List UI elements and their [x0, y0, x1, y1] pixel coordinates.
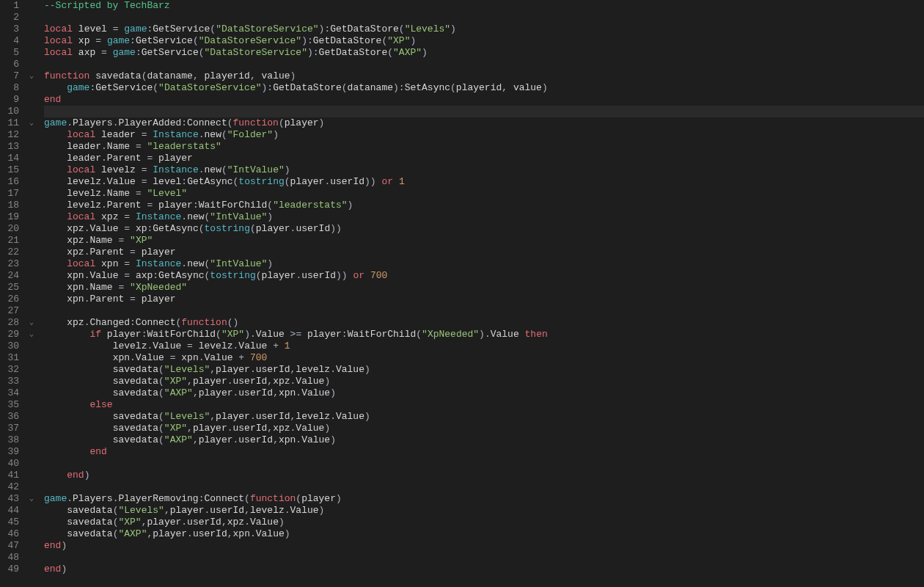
code-editor[interactable]: 1234567891011121314151617181920212223242…: [0, 0, 924, 587]
code-line[interactable]: local xp = game:GetService("DataStoreSer…: [44, 35, 924, 47]
fold-spacer: [23, 352, 40, 364]
line-number: 40: [0, 458, 21, 470]
fold-spacer: [23, 188, 40, 200]
code-line[interactable]: leader.Parent = player: [44, 153, 924, 164]
code-line[interactable]: end): [44, 470, 924, 481]
code-line[interactable]: xpn.Name = "XpNeeded": [44, 282, 924, 294]
fold-spacer: [23, 141, 40, 153]
fold-spacer: [23, 200, 40, 211]
fold-column[interactable]: ⌄⌄⌄⌄⌄: [23, 0, 40, 587]
code-line[interactable]: savedata("AXP",player.userId,xpn.Value): [44, 528, 924, 540]
code-line[interactable]: [44, 458, 924, 470]
code-line[interactable]: xpz.Value = xp:GetAsync(tostring(player.…: [44, 223, 924, 235]
code-line[interactable]: local xpn = Instance.new("IntValue"): [44, 258, 924, 270]
code-line[interactable]: end): [44, 564, 924, 575]
code-line[interactable]: function savedata(dataname, playerid, va…: [44, 70, 924, 82]
fold-spacer: [23, 223, 40, 235]
code-line[interactable]: local level = game:GetService("DataStore…: [44, 23, 924, 35]
code-line[interactable]: game:GetService("DataStoreService"):GetD…: [44, 82, 924, 94]
line-number: 41: [0, 470, 21, 481]
line-number: 13: [0, 141, 21, 153]
code-line[interactable]: xpz.Changed:Connect(function(): [44, 317, 924, 329]
fold-spacer: [23, 59, 40, 70]
fold-spacer: [23, 305, 40, 317]
line-number: 49: [0, 564, 21, 575]
code-line[interactable]: xpn.Value = xpn.Value + 700: [44, 352, 924, 364]
line-number: 29: [0, 329, 21, 340]
line-number: 30: [0, 340, 21, 352]
code-line[interactable]: [44, 552, 924, 564]
code-line[interactable]: [44, 12, 924, 23]
fold-spacer: [23, 434, 40, 446]
fold-spacer: [23, 552, 40, 564]
code-line[interactable]: local axp = game:GetService("DataStoreSe…: [44, 47, 924, 59]
fold-toggle-icon[interactable]: ⌄: [23, 317, 40, 329]
fold-toggle-icon[interactable]: ⌄: [23, 329, 40, 340]
code-line[interactable]: game.Players.PlayerRemoving:Connect(func…: [44, 493, 924, 505]
fold-spacer: [23, 0, 40, 12]
code-line[interactable]: xpn.Value = axp:GetAsync(tostring(player…: [44, 270, 924, 282]
code-line[interactable]: [44, 106, 924, 117]
code-area[interactable]: --Scripted by TechBarz local level = gam…: [40, 0, 924, 587]
code-line[interactable]: end): [44, 540, 924, 552]
line-number: 3: [0, 23, 21, 35]
fold-toggle-icon[interactable]: ⌄: [23, 117, 40, 129]
code-line[interactable]: xpn.Parent = player: [44, 294, 924, 305]
line-number: 33: [0, 376, 21, 387]
line-number: 2: [0, 12, 21, 23]
fold-spacer: [23, 129, 40, 141]
line-number: 24: [0, 270, 21, 282]
fold-spacer: [23, 164, 40, 176]
code-line[interactable]: xpz.Name = "XP": [44, 235, 924, 247]
line-number: 36: [0, 411, 21, 423]
code-line[interactable]: local levelz = Instance.new("IntValue"): [44, 164, 924, 176]
line-number: 7: [0, 70, 21, 82]
code-line[interactable]: levelz.Value = level:GetAsync(tostring(p…: [44, 176, 924, 188]
line-number: 15: [0, 164, 21, 176]
code-line[interactable]: end: [44, 446, 924, 458]
fold-spacer: [23, 540, 40, 552]
code-line[interactable]: leader.Name = "leaderstats": [44, 141, 924, 153]
line-number: 16: [0, 176, 21, 188]
code-line[interactable]: savedata("Levels",player.userId,levelz.V…: [44, 505, 924, 517]
code-line[interactable]: savedata("XP",player.userId,xpz.Value): [44, 423, 924, 434]
code-line[interactable]: savedata("AXP",player.userId,xpn.Value): [44, 434, 924, 446]
code-line[interactable]: else: [44, 399, 924, 411]
line-number: 20: [0, 223, 21, 235]
fold-toggle-icon[interactable]: ⌄: [23, 70, 40, 82]
fold-spacer: [23, 258, 40, 270]
code-line[interactable]: [44, 59, 924, 70]
code-line[interactable]: if player:WaitForChild("XP").Value >= pl…: [44, 329, 924, 340]
code-line[interactable]: --Scripted by TechBarz: [44, 0, 924, 12]
code-line[interactable]: savedata("AXP",player.userId,xpn.Value): [44, 387, 924, 399]
code-line[interactable]: savedata("XP",player.userId,xpz.Value): [44, 376, 924, 387]
code-line[interactable]: savedata("Levels",player.userId,levelz.V…: [44, 364, 924, 376]
code-line[interactable]: savedata("XP",player.userId,xpz.Value): [44, 517, 924, 528]
fold-spacer: [23, 176, 40, 188]
line-number: 21: [0, 235, 21, 247]
code-line[interactable]: levelz.Name = "Level": [44, 188, 924, 200]
code-line[interactable]: end: [44, 94, 924, 106]
line-number: 23: [0, 258, 21, 270]
code-line[interactable]: savedata("Levels",player.userId,levelz.V…: [44, 411, 924, 423]
line-number: 19: [0, 211, 21, 223]
fold-spacer: [23, 340, 40, 352]
code-line[interactable]: local leader = Instance.new("Folder"): [44, 129, 924, 141]
code-line[interactable]: xpz.Parent = player: [44, 247, 924, 258]
line-number: 39: [0, 446, 21, 458]
line-number: 12: [0, 129, 21, 141]
fold-toggle-icon[interactable]: ⌄: [23, 493, 40, 505]
fold-spacer: [23, 294, 40, 305]
code-line[interactable]: [44, 305, 924, 317]
code-line[interactable]: levelz.Parent = player:WaitForChild("lea…: [44, 200, 924, 211]
code-line[interactable]: levelz.Value = levelz.Value + 1: [44, 340, 924, 352]
fold-spacer: [23, 282, 40, 294]
code-line[interactable]: local xpz = Instance.new("IntValue"): [44, 211, 924, 223]
code-line[interactable]: game.Players.PlayerAdded:Connect(functio…: [44, 117, 924, 129]
fold-spacer: [23, 423, 40, 434]
line-number: 28: [0, 317, 21, 329]
line-number: 38: [0, 434, 21, 446]
code-line[interactable]: [44, 481, 924, 493]
fold-spacer: [23, 12, 40, 23]
fold-spacer: [23, 247, 40, 258]
